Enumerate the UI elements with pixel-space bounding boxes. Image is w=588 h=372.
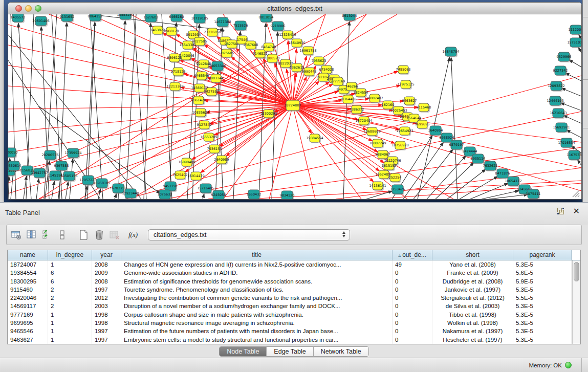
tab-edge-table[interactable]: Edge Table (267, 347, 313, 356)
graph-node-label: 16848784 (442, 50, 459, 54)
table-row[interactable]: 911546021997Tourette syndrome. Phenomeno… (8, 286, 580, 294)
column-header-name[interactable]: name (8, 250, 48, 260)
edge[interactable] (118, 20, 125, 199)
table-cell: 0 (393, 336, 432, 344)
edge[interactable] (52, 181, 54, 199)
graph-node-label: 10553257 (117, 14, 134, 17)
table-cell: 1997 (92, 286, 121, 294)
close-panel-icon[interactable]: ✕ (573, 207, 580, 216)
graph-node-label: 16958107 (93, 181, 110, 185)
edge[interactable] (451, 57, 458, 199)
column-header-in_degree[interactable]: in_degree (48, 250, 92, 260)
edge[interactable] (489, 194, 528, 199)
edge[interactable] (85, 14, 95, 199)
graph-node-label: 1527602 (144, 15, 159, 19)
graph-node-label: 9896128 (167, 56, 182, 60)
table-header-row[interactable]: namein_degreeyeartitle▵out_de...shortpag… (8, 250, 580, 260)
unselect-columns-icon[interactable] (57, 229, 68, 240)
edge[interactable] (403, 142, 444, 199)
float-panel-icon[interactable] (557, 208, 565, 216)
edge[interactable] (293, 105, 315, 199)
edge[interactable] (90, 14, 103, 199)
table-panel: Table Panel ✕ f(x) (0, 202, 588, 372)
column-header-title[interactable]: title (121, 250, 393, 260)
network-graph[interactable]: 1872400774638228960128891293498275051654… (8, 14, 581, 199)
edge[interactable] (569, 60, 581, 67)
column-header-year[interactable]: year (92, 250, 121, 260)
edge[interactable] (563, 115, 581, 123)
table-cell: 1998 (92, 319, 121, 327)
node-table[interactable]: namein_degreeyeartitle▵out_de...shortpag… (7, 250, 581, 344)
column-header-out_de[interactable]: ▵out_de... (393, 250, 432, 260)
column-header-pagerank[interactable]: pagerank (513, 250, 572, 260)
table-cell: 2 (48, 302, 92, 310)
table-settings-icon[interactable] (11, 229, 22, 240)
network-window[interactable]: citations_edges.txt 18724007746382289601… (8, 2, 582, 200)
graph-node-label: 8938924 (440, 136, 454, 140)
graph-node-label: 9146821 (253, 52, 268, 56)
table-cell: 1997 (92, 327, 121, 335)
table-cell: 0 (393, 327, 432, 335)
edge[interactable] (293, 105, 361, 199)
table-row[interactable]: 1872400712008Changes of HCN gene express… (8, 260, 580, 269)
table-cell: 5.6E-5 (513, 269, 572, 277)
edge[interactable] (269, 105, 293, 199)
table-row[interactable]: 969969511998Structural magnetic resonanc… (8, 319, 580, 327)
function-builder-icon[interactable]: f(x) (127, 229, 139, 240)
edge[interactable] (134, 14, 146, 199)
graph-node-label: 9350614 (8, 164, 21, 168)
edge[interactable] (115, 193, 117, 199)
edge[interactable] (377, 183, 581, 199)
graph-node-label: 17016534 (558, 141, 575, 145)
graph-node-label: 8822037 (278, 61, 293, 65)
edge[interactable] (66, 182, 68, 199)
table-row[interactable]: 977716911998Corpus callosum shape and si… (8, 311, 580, 319)
table-row[interactable]: 1456911722003Disruption of a novel membe… (8, 302, 580, 310)
table-row[interactable]: 2242004622012Investigating the contribut… (8, 294, 580, 302)
table-row[interactable]: 946362711997Embryonic stem cells: a mode… (8, 336, 580, 344)
edge[interactable] (88, 22, 95, 199)
edge[interactable] (561, 88, 581, 96)
edge[interactable] (144, 23, 151, 199)
edge[interactable] (578, 48, 581, 53)
table-scrollbar[interactable] (572, 260, 580, 344)
table-cell: 0 (393, 319, 432, 327)
edge[interactable] (567, 130, 581, 138)
memory-ok-indicator[interactable] (565, 362, 572, 368)
edge[interactable] (203, 194, 204, 199)
table-cell: 1 (48, 336, 92, 344)
graph-node-label: 252254 (389, 176, 402, 180)
column-header-short[interactable]: short (432, 250, 513, 260)
table-row[interactable]: 1938455462009Genome-wide association stu… (8, 269, 580, 277)
graph-node-label: 1405572 (11, 15, 26, 19)
table-cell: 9777169 (8, 311, 48, 319)
edge[interactable] (126, 14, 136, 199)
tab-node-table[interactable]: Node Table (220, 347, 267, 356)
resize-grip[interactable] (573, 190, 579, 197)
edge[interactable] (36, 179, 39, 199)
column-visibility-icon[interactable] (26, 229, 37, 240)
table-panel-header[interactable]: Table Panel ✕ (0, 203, 588, 225)
table-cell: Embryonic stem cells: a model to study s… (121, 336, 393, 344)
graph-node-label: 5875685 (220, 51, 234, 55)
delete-table-icon[interactable] (94, 229, 105, 240)
graph-node-label: 10807487 (366, 96, 383, 100)
table-selector-dropdown[interactable]: citations_edges.txt (148, 229, 350, 240)
window-titlebar[interactable]: citations_edges.txt (8, 3, 581, 14)
graph-node-label: 18640910 (288, 41, 305, 45)
edge[interactable] (293, 105, 581, 191)
table-cell: 5.3E-5 (513, 336, 572, 344)
table-cell: 2003 (92, 302, 121, 310)
table-cell: 5.5E-5 (513, 294, 572, 302)
table-row[interactable]: 946554611997Estimation of the future num… (8, 327, 580, 335)
network-canvas[interactable]: 1872400774638228960128891293498275051654… (8, 14, 581, 199)
table-row[interactable]: 1830029562008Estimation of significance … (8, 277, 580, 286)
tab-network-table[interactable]: Network Table (314, 347, 368, 356)
scrollbar-thumb[interactable] (574, 262, 579, 281)
left-panel-edge[interactable] (0, 0, 4, 202)
new-table-icon[interactable] (78, 229, 90, 240)
select-all-columns-icon[interactable] (41, 229, 53, 240)
right-panel-edge[interactable] (582, 0, 588, 202)
table-cell: 1 (48, 319, 92, 327)
graph-node-label: 1753426 (390, 187, 405, 191)
